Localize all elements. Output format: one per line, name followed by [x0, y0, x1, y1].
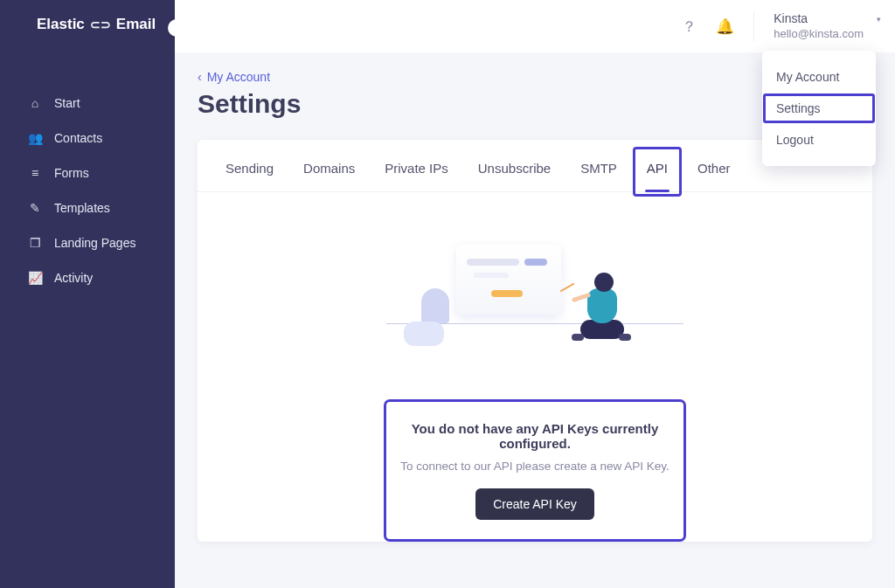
account-menu-trigger[interactable]: Kinsta hello@kinsta.com ▾ [753, 11, 876, 41]
empty-state-title: You do not have any API Keys currently c… [397, 421, 673, 451]
sidebar-item-start[interactable]: ⌂ Start [0, 86, 175, 121]
dropdown-item-label: My Account [776, 70, 839, 84]
api-empty-state: You do not have any API Keys currently c… [386, 402, 683, 539]
button-label: Create API Key [493, 497, 577, 511]
empty-state-subtitle: To connect to our API please create a ne… [397, 460, 673, 473]
topbar: ？ 🔔 Kinsta hello@kinsta.com ▾ My Account… [175, 0, 895, 52]
tab-label: Unsubscribe [478, 161, 551, 176]
tab-domains[interactable]: Domains [302, 156, 357, 191]
tab-label: API [647, 161, 668, 176]
landing-pages-icon: ❒ [28, 236, 42, 250]
brand-glyph-icon: ⊂⊃ [90, 17, 111, 31]
chevron-left-icon: ‹ [198, 70, 202, 84]
dropdown-item-label: Settings [776, 101, 821, 115]
account-email: hello@kinsta.com [774, 27, 864, 41]
brand-name-right: Email [116, 16, 156, 33]
dropdown-item-label: Logout [776, 133, 814, 147]
empty-state-illustration [198, 192, 872, 393]
create-api-key-button[interactable]: Create API Key [475, 488, 594, 520]
breadcrumb-label: My Account [207, 70, 270, 84]
dropdown-item-my-account[interactable]: My Account [762, 61, 876, 93]
account-name: Kinsta [774, 11, 864, 27]
sidebar-item-activity[interactable]: 📈 Activity [0, 260, 175, 295]
forms-icon: ≡ [28, 166, 42, 180]
tab-other[interactable]: Other [696, 156, 732, 191]
sidebar-item-forms[interactable]: ≡ Forms [0, 156, 175, 190]
brand-name-left: Elastic [37, 16, 85, 33]
tab-label: SMTP [580, 161, 617, 176]
tab-private-ips[interactable]: Private IPs [383, 156, 450, 191]
tab-unsubscribe[interactable]: Unsubscribe [476, 156, 552, 191]
sidebar-item-label: Activity [54, 271, 93, 285]
sidebar-item-label: Landing Pages [54, 236, 135, 250]
brand-logo: Elastic ⊂⊃ Email [0, 16, 175, 59]
notifications-icon[interactable]: 🔔 [716, 17, 734, 36]
tab-smtp[interactable]: SMTP [579, 156, 619, 191]
sidebar-item-contacts[interactable]: 👥 Contacts [0, 121, 175, 156]
tab-label: Sending [225, 161, 274, 176]
dropdown-item-logout[interactable]: Logout [762, 124, 876, 156]
sidebar-nav: ⌂ Start 👥 Contacts ≡ Forms ✎ Templates ❒… [0, 59, 175, 295]
help-icon[interactable]: ？ [682, 17, 697, 37]
home-icon: ⌂ [28, 96, 42, 110]
tab-sending[interactable]: Sending [224, 156, 275, 191]
dropdown-item-settings[interactable]: Settings [762, 93, 876, 124]
tab-api[interactable]: API [645, 156, 670, 191]
tab-label: Other [697, 161, 731, 176]
contacts-icon: 👥 [28, 131, 42, 145]
sidebar-item-templates[interactable]: ✎ Templates [0, 190, 175, 225]
account-dropdown: My Account Settings Logout [762, 51, 876, 166]
activity-icon: 📈 [28, 271, 42, 285]
sidebar-item-label: Start [54, 96, 80, 110]
sidebar: Elastic ⊂⊃ Email ‹ ⌂ Start 👥 Contacts ≡ … [0, 0, 175, 588]
sidebar-item-label: Templates [54, 201, 110, 215]
sidebar-item-label: Forms [54, 166, 89, 180]
caret-down-icon: ▾ [877, 15, 881, 24]
templates-icon: ✎ [28, 201, 42, 215]
tab-label: Domains [303, 161, 355, 176]
sidebar-item-landing-pages[interactable]: ❒ Landing Pages [0, 225, 175, 260]
tab-label: Private IPs [385, 161, 448, 176]
sidebar-item-label: Contacts [54, 131, 102, 145]
settings-card: Sending Domains Private IPs Unsubscribe … [198, 140, 872, 542]
